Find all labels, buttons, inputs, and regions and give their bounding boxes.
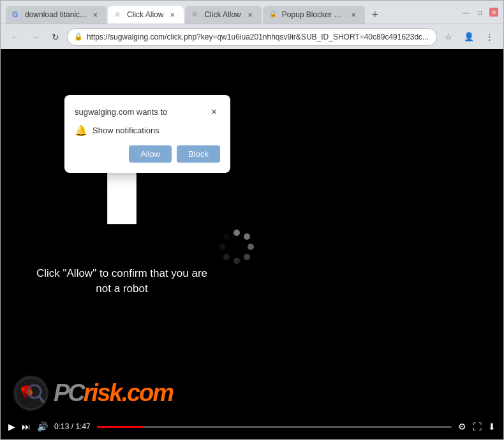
bookmark-button[interactable]: ☆ xyxy=(440,28,457,46)
tab-3-favicon: ☆ xyxy=(191,10,200,19)
tab-4-title: Popup Blocker C... xyxy=(282,10,345,19)
fullscreen-button[interactable]: ⛶ xyxy=(473,422,482,432)
tab-3[interactable]: ☆ Click Allow ✕ xyxy=(185,6,261,24)
tab-1-favicon: G xyxy=(12,10,21,19)
tab-1-title: download titanic... xyxy=(25,10,86,19)
tab-1[interactable]: G download titanic... ✕ xyxy=(6,6,107,24)
video-controls: ▶ ⏭ 🔊 0:13 / 1:47 ⚙ ⛶ ⬇ xyxy=(1,414,503,439)
popup-notification-row: 🔔 Show notifications xyxy=(75,124,220,136)
svg-point-1 xyxy=(233,230,240,236)
address-bar: ← → ↻ 🔒 https://sugwalging.com/click.php… xyxy=(1,24,503,49)
pcrisk-logo xyxy=(13,376,48,411)
tab-3-close[interactable]: ✕ xyxy=(245,10,255,20)
maximize-button[interactable]: □ xyxy=(475,8,484,17)
notification-popup: sugwalging.com wants to ✕ 🔔 Show notific… xyxy=(64,95,230,173)
reload-button[interactable]: ↻ xyxy=(47,28,64,46)
download-button[interactable]: ⬇ xyxy=(488,422,496,432)
close-button[interactable]: ✕ xyxy=(489,8,498,17)
url-text: https://sugwalging.com/click.php?key=qw1… xyxy=(87,33,430,41)
tab-1-close[interactable]: ✕ xyxy=(90,10,100,20)
block-button[interactable]: Block xyxy=(177,145,220,163)
tab-4-favicon: 🔒 xyxy=(269,10,278,19)
profile-button[interactable]: 👤 xyxy=(460,28,478,46)
tab-2-close[interactable]: ✕ xyxy=(167,10,177,20)
tab-4-close[interactable]: ✕ xyxy=(348,10,359,20)
pcrisk-watermark: PC risk.com xyxy=(13,376,173,411)
forward-button[interactable]: → xyxy=(26,28,44,46)
allow-button[interactable]: Allow xyxy=(129,145,172,163)
title-bar: G download titanic... ✕ ☆ Click Allow ✕ … xyxy=(1,1,503,24)
page-content: Click "Allow" to confirm that you are no… xyxy=(1,49,503,439)
svg-point-5 xyxy=(233,258,240,264)
svg-point-3 xyxy=(248,244,254,250)
svg-point-4 xyxy=(244,254,250,260)
svg-point-12 xyxy=(23,393,28,398)
notification-text: Show notifications xyxy=(93,126,159,135)
bell-icon: 🔔 xyxy=(75,124,87,136)
tab-strip: G download titanic... ✕ ☆ Click Allow ✕ … xyxy=(6,1,454,24)
popup-close-button[interactable]: ✕ xyxy=(207,105,220,118)
video-right-controls: ⚙ ⛶ ⬇ xyxy=(458,422,496,432)
play-button[interactable]: ▶ xyxy=(8,422,15,432)
next-button[interactable]: ⏭ xyxy=(22,422,31,432)
tab-2[interactable]: ☆ Click Allow ✕ xyxy=(108,6,184,24)
tab-2-title: Click Allow xyxy=(127,10,163,19)
address-actions: ☆ 👤 ⋮ xyxy=(440,28,498,46)
svg-point-8 xyxy=(223,233,230,240)
svg-point-7 xyxy=(219,244,226,250)
security-icon: 🔒 xyxy=(74,33,83,41)
progress-bar[interactable] xyxy=(97,426,452,428)
new-tab-button[interactable]: + xyxy=(366,6,384,24)
pcrisk-brand-text: PC risk.com xyxy=(54,379,173,407)
popup-buttons: Allow Block xyxy=(75,145,220,163)
menu-button[interactable]: ⋮ xyxy=(480,28,498,46)
progress-fill xyxy=(97,426,143,428)
pcrisk-suffix: risk.com xyxy=(84,379,173,407)
popup-title: sugwalging.com wants to xyxy=(75,107,167,117)
back-button[interactable]: ← xyxy=(6,28,24,46)
tab-2-favicon: ☆ xyxy=(114,10,123,19)
browser-window: G download titanic... ✕ ☆ Click Allow ✕ … xyxy=(0,0,504,440)
tab-4[interactable]: 🔒 Popup Blocker C... ✕ xyxy=(263,6,365,24)
svg-point-6 xyxy=(223,254,230,260)
instruction-text: Click "Allow" to confirm that you are no… xyxy=(33,266,211,297)
settings-button[interactable]: ⚙ xyxy=(458,422,466,432)
window-controls: — □ ✕ xyxy=(456,8,498,17)
svg-point-2 xyxy=(244,233,250,240)
popup-header: sugwalging.com wants to ✕ xyxy=(75,105,220,118)
minimize-button[interactable]: — xyxy=(461,8,470,17)
address-input[interactable]: 🔒 https://sugwalging.com/click.php?key=q… xyxy=(67,28,437,46)
time-display: 0:13 / 1:47 xyxy=(54,422,91,431)
tab-3-title: Click Allow xyxy=(204,10,241,19)
svg-point-13 xyxy=(21,387,25,391)
loading-spinner xyxy=(218,228,256,266)
volume-button[interactable]: 🔊 xyxy=(37,422,48,432)
